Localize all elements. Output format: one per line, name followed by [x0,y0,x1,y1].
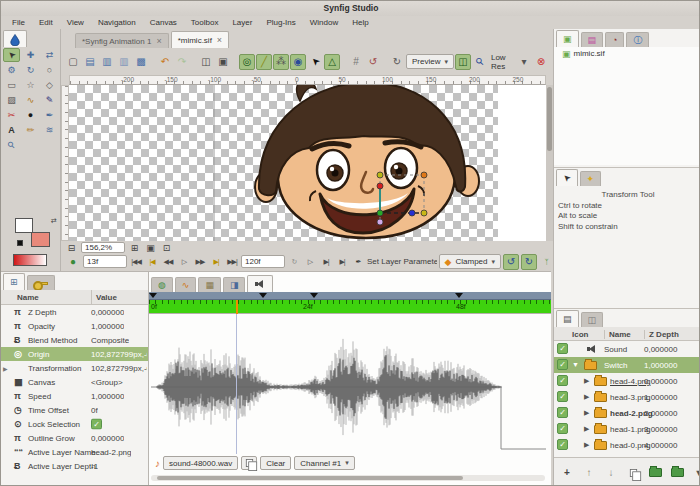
param-value[interactable]: <Group> [91,378,123,387]
layer-row-head-0-png[interactable]: ✓▶head-0.png4,000000 [554,437,700,453]
lower-layer-button[interactable]: ↓ [604,465,618,481]
expander-icon[interactable]: ▶ [584,441,589,449]
param-row-canvas[interactable]: ▦Canvas<Group> [1,375,148,389]
param-value[interactable]: 102,872799px,-65,83609 [91,364,147,373]
sound-tab[interactable] [247,275,273,292]
paste-sound-button[interactable] [241,456,257,470]
expander-icon[interactable]: ▶ [3,365,8,372]
width-tool[interactable]: ✏ [22,123,39,137]
fill-tool[interactable]: ● [22,108,39,122]
layer-visible-checkbox[interactable]: ✓ [557,407,568,418]
keyframe-marker-icon[interactable] [455,293,463,298]
layer-row-head-2-png[interactable]: ✓▶head-2.png2,000000 [554,405,700,421]
reset-colors-icon[interactable] [17,240,23,246]
param-row-outline-grow[interactable]: πOutline Grow0,000000 [1,431,148,445]
zoom-norm-button[interactable]: ▣ [144,242,157,254]
param-value[interactable]: head-2.png [91,448,131,457]
mask-toggle[interactable]: ◉ [290,54,306,70]
canvas-viewport[interactable] [69,85,546,241]
cursor-tool-button[interactable]: ➤ [307,54,323,70]
show-grid-toggle[interactable]: # [348,54,364,70]
loop-toggle[interactable]: ↻ [287,254,301,270]
render-status-icon[interactable]: ✒ [351,254,365,270]
new-file-button[interactable]: ▢ [65,54,81,70]
preview-windows-toggle[interactable]: ◫ [455,54,471,70]
layer-row-switch[interactable]: ✓▼Switch1,000000 [554,357,700,373]
animate-mode-toggle[interactable]: ᛉ [539,254,553,270]
library-panel-tab[interactable]: ▤ [581,32,604,47]
zoom-in-button[interactable]: ⊞ [128,242,141,254]
keyframe-marker-icon[interactable] [310,293,318,298]
lowres-button[interactable]: ⚲ [472,54,488,70]
param-row-time-offset[interactable]: ◷Time Offset0f [1,403,148,417]
refresh-button[interactable]: ↻ [389,54,405,70]
menu-window[interactable]: Window [303,18,345,27]
bounds-lower-button[interactable]: ▶| [319,254,333,270]
timebar-playhead[interactable] [236,300,238,314]
param-value[interactable]: 102,872799px,-65,83609 [91,350,147,359]
interpolation-dropdown[interactable]: ◆Clamped▾ [439,254,501,269]
vertical-ruler[interactable] [61,85,69,241]
layer-row-head-1-png[interactable]: ✓▶head-1.png3,000000 [554,421,700,437]
expander-icon[interactable]: ▼ [572,361,579,368]
polygon-tool[interactable]: ◇ [41,78,58,92]
zoom-tool[interactable]: ⚲ [3,138,20,152]
spline-tool[interactable]: ∿ [22,93,39,107]
timetrack-tab[interactable]: ◍ [151,277,173,292]
menu-view[interactable]: View [60,18,91,27]
handle-bottom-right[interactable] [421,210,427,216]
seek-prev-keyframe-button[interactable]: |◀ [145,254,159,270]
star-tool[interactable]: ☆ [22,78,39,92]
play-button[interactable]: ▷ [177,254,191,270]
past-keyframe-toggle[interactable]: ↺ [503,254,519,270]
smooth-move-tool[interactable]: ✚ [22,48,39,62]
library-tab[interactable] [27,275,55,290]
preview-render-button[interactable]: ▣ [215,54,231,70]
save-all-button[interactable]: ▩ [133,54,149,70]
children-tab[interactable]: ◨ [223,277,246,292]
handle-skew[interactable] [377,219,383,225]
param-row-lock-selection[interactable]: ⊙Lock Selection✓ [1,417,148,431]
layers-menu-button[interactable]: ▾ [692,465,700,481]
close-tab-icon[interactable]: × [217,35,222,45]
zoom-out-button[interactable]: ⊟ [65,242,78,254]
draw-tool[interactable]: ✎ [41,93,58,107]
layer-row-sound[interactable]: ✓Sound0,000000 [554,341,700,357]
tool-options-tab[interactable]: ➤ [556,169,578,186]
layer-row-head-4-png[interactable]: ✓▶head-4.png0,000000 [554,373,700,389]
navigator-tab[interactable]: ◔ [605,32,624,47]
curves-tab[interactable]: ∿ [175,277,197,292]
play-bounds-button[interactable]: ▷ [303,254,317,270]
param-value[interactable]: 1,000000 [91,322,124,331]
keyframe-marker-icon[interactable] [259,293,267,298]
zoom-fit-button[interactable]: ⊡ [160,242,173,254]
rotate-tool[interactable]: ↻ [22,63,39,77]
layer-row-head-3-png[interactable]: ✓▶head-3.png1,000000 [554,389,700,405]
scale-tool[interactable]: ⚙ [3,63,20,77]
past-onion-skin-toggle[interactable]: ◎ [239,54,255,70]
handle-origin[interactable] [377,210,383,216]
interface-tab[interactable]: ✦ [580,171,602,186]
param-value[interactable]: 0,000000 [91,434,124,443]
raise-layer-button[interactable]: ↑ [582,465,596,481]
menu-layer[interactable]: Layer [225,18,259,27]
lock-selection-checkbox[interactable]: ✓ [91,419,102,430]
gradient-swatch[interactable] [13,254,47,266]
param-value[interactable]: 0,000000 [91,308,124,317]
param-row-origin[interactable]: ◎Origin102,872799px,-65,83609 [1,347,148,361]
layer-visible-checkbox[interactable]: ✓ [557,359,568,370]
waveform-area[interactable] [149,314,551,454]
save-button[interactable]: ▥ [99,54,115,70]
keyframe-strip[interactable] [149,292,551,300]
time-end-field[interactable]: 120f [241,255,285,268]
lowres-dropdown[interactable]: ▾ [516,54,532,70]
sound-horizontal-scrollbar[interactable] [151,475,545,481]
handle-top-right[interactable] [421,172,427,178]
param-row-blend-method[interactable]: ɃBlend MethodComposite [1,333,148,347]
stop-button[interactable]: ⊗ [533,54,549,70]
menu-file[interactable]: File [5,18,32,27]
group-layer-button[interactable] [648,465,662,481]
swap-colors-icon[interactable]: ⇄ [51,217,57,225]
timebar[interactable]: 0f24f48f [149,300,551,314]
menu-navigation[interactable]: Navigation [91,18,143,27]
